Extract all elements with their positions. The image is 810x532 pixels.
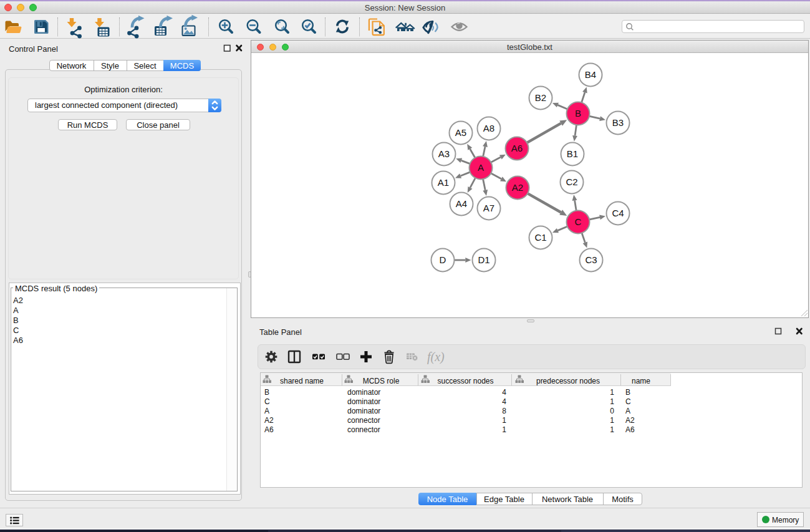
svg-text:A: A — [478, 162, 484, 173]
svg-text:D: D — [440, 254, 446, 265]
svg-text:A1: A1 — [438, 177, 449, 188]
svg-text:D1: D1 — [478, 254, 489, 265]
svg-text:C3: C3 — [585, 254, 597, 265]
svg-text:B4: B4 — [585, 69, 596, 80]
svg-text:A8: A8 — [483, 123, 494, 133]
svg-text:B3: B3 — [612, 117, 624, 128]
svg-text:C1: C1 — [534, 232, 546, 243]
svg-text:C: C — [575, 216, 582, 227]
svg-text:B2: B2 — [535, 92, 546, 103]
svg-text:B: B — [575, 108, 581, 118]
svg-text:C2: C2 — [566, 177, 577, 187]
svg-text:A5: A5 — [455, 127, 466, 138]
svg-text:A3: A3 — [438, 148, 450, 159]
svg-text:A4: A4 — [456, 198, 467, 209]
svg-text:A6: A6 — [511, 143, 523, 153]
svg-text:A7: A7 — [483, 203, 494, 213]
svg-text:A2: A2 — [512, 182, 523, 193]
svg-text:B1: B1 — [567, 148, 578, 159]
svg-text:f(x): f(x) — [427, 350, 445, 364]
svg-text:C4: C4 — [612, 208, 624, 218]
